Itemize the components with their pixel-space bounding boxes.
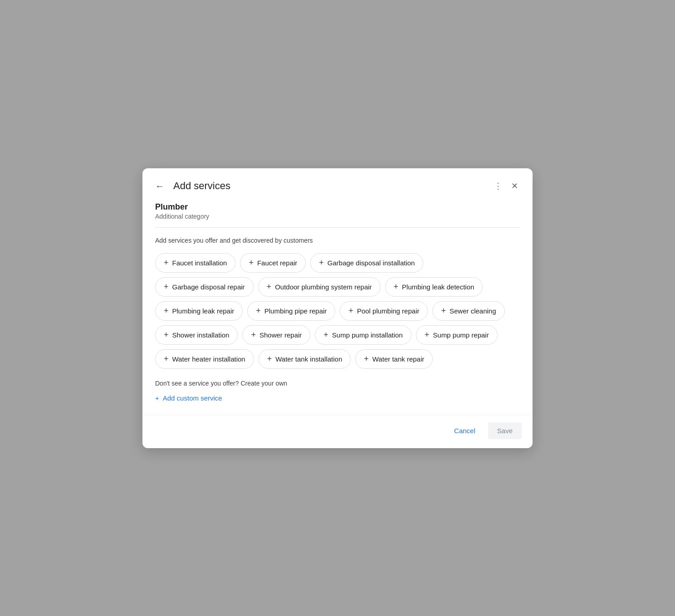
service-chip[interactable]: +Water heater installation: [155, 349, 254, 369]
dialog: ← Add services ⋮ ✕ Plumber Additional ca…: [142, 168, 533, 448]
chip-plus-icon: +: [249, 258, 254, 268]
custom-section: Don't see a service you offer? Create yo…: [155, 380, 520, 404]
chip-plus-icon: +: [164, 354, 169, 364]
service-chip[interactable]: +Faucet installation: [155, 253, 235, 273]
back-button[interactable]: ←: [152, 177, 168, 195]
chip-label: Plumbing leak detection: [402, 283, 474, 291]
chip-plus-icon: +: [425, 330, 430, 340]
add-custom-label: Add custom service: [163, 394, 222, 402]
more-icon: ⋮: [494, 181, 502, 191]
chip-plus-icon: +: [348, 306, 353, 316]
category-section: Plumber Additional category: [155, 202, 520, 220]
chip-label: Shower repair: [259, 331, 302, 339]
services-grid: +Faucet installation+Faucet repair+Garba…: [155, 253, 520, 369]
chip-plus-icon: +: [164, 306, 169, 316]
chip-label: Outdoor plumbing system repair: [275, 283, 372, 291]
category-subtitle: Additional category: [155, 213, 520, 220]
service-chip[interactable]: +Water tank repair: [355, 349, 433, 369]
chip-plus-icon: +: [164, 330, 169, 340]
chip-plus-icon: +: [364, 354, 369, 364]
service-chip[interactable]: +Sewer cleaning: [432, 301, 504, 321]
chip-label: Water heater installation: [172, 355, 245, 363]
add-custom-plus-icon: +: [155, 394, 159, 402]
save-button[interactable]: Save: [488, 422, 522, 439]
chip-plus-icon: +: [267, 282, 272, 292]
dialog-footer: Cancel Save: [142, 415, 533, 448]
close-button[interactable]: ✕: [508, 177, 522, 195]
chip-label: Sump pump repair: [433, 331, 489, 339]
close-icon: ✕: [511, 181, 518, 191]
service-chip[interactable]: +Plumbing leak repair: [155, 301, 243, 321]
category-name: Plumber: [155, 202, 520, 212]
chip-label: Shower installation: [172, 331, 230, 339]
service-chip[interactable]: +Faucet repair: [240, 253, 306, 273]
service-chip[interactable]: +Plumbing leak detection: [385, 277, 483, 297]
dialog-body: Plumber Additional category Add services…: [142, 202, 533, 415]
service-chip[interactable]: +Garbage disposal installation: [310, 253, 423, 273]
chip-label: Garbage disposal installation: [328, 259, 415, 267]
chip-plus-icon: +: [164, 282, 169, 292]
service-chip[interactable]: +Outdoor plumbing system repair: [258, 277, 381, 297]
chip-plus-icon: +: [441, 306, 446, 316]
service-chip[interactable]: +Sump pump installation: [315, 325, 411, 345]
dialog-header: ← Add services ⋮ ✕: [142, 168, 533, 202]
description-text: Add services you offer and get discovere…: [155, 237, 520, 244]
chip-plus-icon: +: [267, 354, 272, 364]
chip-label: Faucet installation: [172, 259, 227, 267]
chip-plus-icon: +: [251, 330, 256, 340]
service-chip[interactable]: +Garbage disposal repair: [155, 277, 254, 297]
chip-label: Plumbing pipe repair: [264, 307, 327, 315]
add-custom-service-button[interactable]: + Add custom service: [155, 392, 222, 404]
chip-label: Faucet repair: [257, 259, 297, 267]
service-chip[interactable]: +Sump pump repair: [416, 325, 498, 345]
cancel-button[interactable]: Cancel: [445, 422, 484, 439]
chip-plus-icon: +: [164, 258, 169, 268]
service-chip[interactable]: +Plumbing pipe repair: [247, 301, 335, 321]
more-options-button[interactable]: ⋮: [490, 177, 506, 195]
chip-label: Pool plumbing repair: [357, 307, 420, 315]
service-chip[interactable]: +Water tank installation: [259, 349, 351, 369]
chip-plus-icon: +: [319, 258, 324, 268]
chip-label: Sewer cleaning: [450, 307, 496, 315]
chip-label: Garbage disposal repair: [172, 283, 245, 291]
chip-plus-icon: +: [323, 330, 328, 340]
overlay: ← Add services ⋮ ✕ Plumber Additional ca…: [0, 0, 675, 616]
chip-plus-icon: +: [394, 282, 399, 292]
service-chip[interactable]: +Shower repair: [242, 325, 310, 345]
chip-label: Water tank repair: [372, 355, 425, 363]
chip-label: Sump pump installation: [332, 331, 403, 339]
header-actions: ⋮ ✕: [490, 177, 522, 195]
dialog-title: Add services: [173, 180, 485, 192]
chip-label: Plumbing leak repair: [172, 307, 235, 315]
chip-label: Water tank installation: [275, 355, 342, 363]
service-chip[interactable]: +Pool plumbing repair: [340, 301, 428, 321]
divider: [155, 227, 520, 228]
chip-plus-icon: +: [256, 306, 261, 316]
custom-hint-text: Don't see a service you offer? Create yo…: [155, 380, 520, 387]
service-chip[interactable]: +Shower installation: [155, 325, 238, 345]
